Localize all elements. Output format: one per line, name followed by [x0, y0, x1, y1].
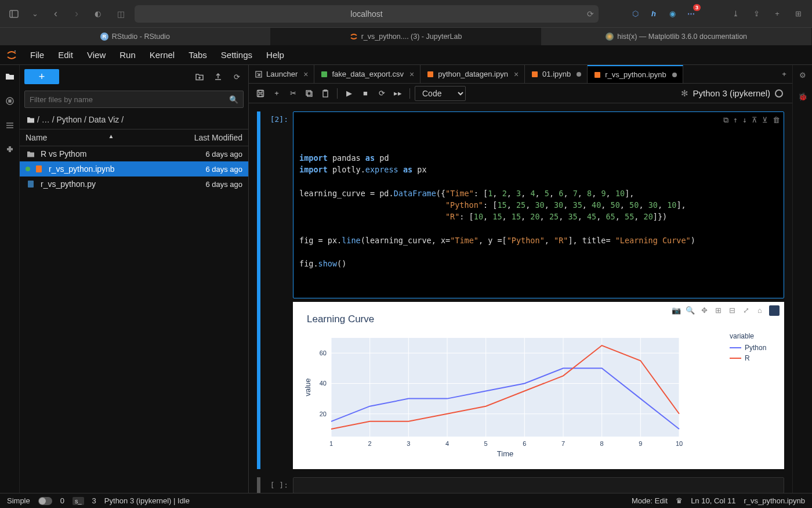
browser-ext-icon[interactable]: ◉ [666, 8, 679, 20]
moon-icon[interactable]: ◐ [90, 7, 104, 21]
close-icon[interactable]: × [409, 70, 414, 79]
share-icon[interactable]: ⇪ [749, 7, 763, 21]
zoom-in-icon[interactable]: ⊞ [713, 306, 723, 315]
status-count0[interactable]: 0 [60, 496, 64, 505]
jupyter-logo-icon[interactable] [5, 48, 19, 62]
svg-text:8: 8 [600, 440, 604, 447]
add-cell-icon[interactable]: + [270, 87, 284, 100]
upload-icon[interactable] [211, 70, 225, 84]
menu-edit[interactable]: Edit [51, 50, 80, 60]
kernel-indicator[interactable]: ✻ Python 3 (ipykernel) [681, 88, 788, 99]
filter-box[interactable]: 🔍 [24, 91, 244, 108]
zoom-icon[interactable]: 🔍 [686, 306, 695, 315]
notebook-tab[interactable]: 01.ipynb [525, 65, 588, 83]
file-row[interactable]: r_vs_python.py6 days ago [20, 176, 248, 192]
current-file[interactable]: r_vs_python.ipynb [744, 496, 805, 505]
menu-kernel[interactable]: Kernel [143, 50, 182, 60]
forward-icon[interactable]: › [70, 7, 84, 21]
download-icon[interactable]: ⤓ [728, 7, 742, 21]
plotly-logo-icon[interactable] [769, 305, 780, 316]
notebook-content[interactable]: [2]: ⧉ ↑ ↓ ⊼ ⊻ 🗑 import pandas as pdimpo… [249, 103, 792, 493]
simple-toggle[interactable] [38, 497, 52, 505]
cursor-position[interactable]: Ln 10, Col 11 [691, 496, 735, 505]
run-all-icon[interactable]: ▸▸ [391, 87, 405, 100]
shield-icon[interactable]: ◫ [117, 9, 125, 19]
paste-icon[interactable] [318, 87, 332, 100]
legend-item[interactable]: R [730, 354, 775, 362]
stop-icon[interactable]: ■ [358, 87, 372, 100]
plot-canvas[interactable]: 12345678910204060Timevalue [302, 332, 723, 460]
close-icon[interactable]: × [514, 70, 519, 79]
camera-icon[interactable]: 📷 [672, 306, 681, 315]
duplicate-icon[interactable]: ⧉ [723, 114, 728, 126]
menu-settings[interactable]: Settings [214, 50, 259, 60]
legend-item[interactable]: Python [730, 344, 775, 352]
refresh-icon[interactable]: ⟳ [230, 70, 244, 84]
copy-icon[interactable] [302, 87, 316, 100]
move-down-icon[interactable]: ↓ [742, 114, 747, 126]
celltype-select[interactable]: Code [415, 86, 466, 101]
more-ext-icon[interactable]: ⋯ [684, 8, 697, 20]
add-tab-button[interactable]: + [776, 65, 792, 83]
move-up-icon[interactable]: ↑ [733, 114, 738, 126]
chevron-down-icon[interactable]: ⌄ [28, 7, 42, 21]
delete-cell-icon[interactable]: 🗑 [773, 114, 780, 126]
property-inspector-icon[interactable]: ⚙ [799, 71, 806, 80]
file-header[interactable]: Name ▲ Last Modified [20, 129, 248, 146]
menu-help[interactable]: Help [259, 50, 291, 60]
menu-file[interactable]: File [23, 50, 51, 60]
zoom-out-icon[interactable]: ⊟ [727, 306, 737, 315]
new-folder-icon[interactable] [193, 70, 206, 84]
file-row[interactable]: R vs Pythom6 days ago [20, 146, 248, 161]
code-editor[interactable]: ⧉ ↑ ↓ ⊼ ⊻ 🗑 import pandas as pdimport pl… [293, 111, 784, 298]
close-icon[interactable]: × [303, 70, 308, 79]
code-cell[interactable]: [2]: ⧉ ↑ ↓ ⊼ ⊻ 🗑 import pandas as pdimpo… [257, 111, 784, 469]
restart-icon[interactable]: ⟳ [375, 87, 389, 100]
kernel-status[interactable]: Python 3 (ipykernel) | Idle [104, 496, 190, 505]
browser-tab-jupyter[interactable]: r_vs_python.... (3) - JupyterLab [271, 28, 542, 45]
reload-icon[interactable]: ⟳ [587, 9, 594, 19]
notebook-tab[interactable]: Launcher× [249, 65, 314, 83]
cut-icon[interactable]: ✂ [286, 87, 300, 100]
save-icon[interactable] [253, 87, 267, 100]
debugger-icon[interactable]: 🐞 [798, 92, 807, 101]
notebook-tab[interactable]: python_datagen.ipyn× [420, 65, 525, 83]
file-row[interactable]: r_vs_python.ipynb6 days ago [20, 161, 248, 176]
reset-icon[interactable]: ⌂ [755, 306, 764, 315]
back-icon[interactable]: ‹ [49, 7, 63, 21]
filter-input[interactable] [30, 95, 238, 104]
menu-tabs[interactable]: Tabs [182, 50, 214, 60]
browser-tab-rstudio[interactable]: R RStudio - RStudio [0, 28, 271, 45]
running-icon[interactable] [4, 95, 16, 107]
pocket-icon[interactable]: ⬡ [629, 8, 641, 20]
empty-code-editor[interactable] [293, 477, 784, 493]
autoscale-icon[interactable]: ⤢ [741, 306, 751, 315]
notebook-tab[interactable]: r_vs_python.ipynb [588, 65, 683, 83]
menu-view[interactable]: View [80, 50, 113, 60]
svg-text:5: 5 [484, 440, 488, 447]
status-count3[interactable]: 3 [92, 496, 96, 505]
sidebar-toggle-icon[interactable] [7, 7, 21, 21]
browser-tab-label: hist(x) — Matplotlib 3.6.0 documentation [617, 33, 747, 41]
url-bar[interactable]: ◫ localhost ⟳ [135, 5, 599, 23]
breadcrumb[interactable]: / … / Python / Data Viz / [20, 110, 248, 129]
tab-type-icon [320, 70, 328, 78]
honey-icon[interactable]: h [647, 8, 660, 20]
toc-icon[interactable] [4, 120, 16, 131]
notebook-tab[interactable]: fake_data_export.csv× [314, 65, 420, 83]
mode-label[interactable]: Mode: Edit [632, 496, 668, 505]
run-icon[interactable]: ▶ [342, 87, 356, 100]
new-tab-icon[interactable]: + [770, 7, 784, 21]
menu-run[interactable]: Run [113, 50, 143, 60]
insert-above-icon[interactable]: ⊼ [752, 114, 757, 126]
extensions-icon[interactable] [4, 144, 16, 156]
folder-icon[interactable] [4, 71, 16, 82]
all-tabs-icon[interactable]: ⊞ [791, 7, 805, 21]
terminal-badge[interactable]: s_ [72, 497, 84, 505]
insert-below-icon[interactable]: ⊻ [762, 114, 768, 126]
pan-icon[interactable]: ✥ [699, 306, 709, 315]
empty-cell[interactable]: [ ]: [257, 477, 784, 493]
browser-tab-matplotlib[interactable]: hist(x) — Matplotlib 3.6.0 documentation [541, 28, 812, 45]
trust-icon[interactable]: ♛ [676, 496, 683, 505]
new-launcher-button[interactable]: + [24, 69, 59, 84]
